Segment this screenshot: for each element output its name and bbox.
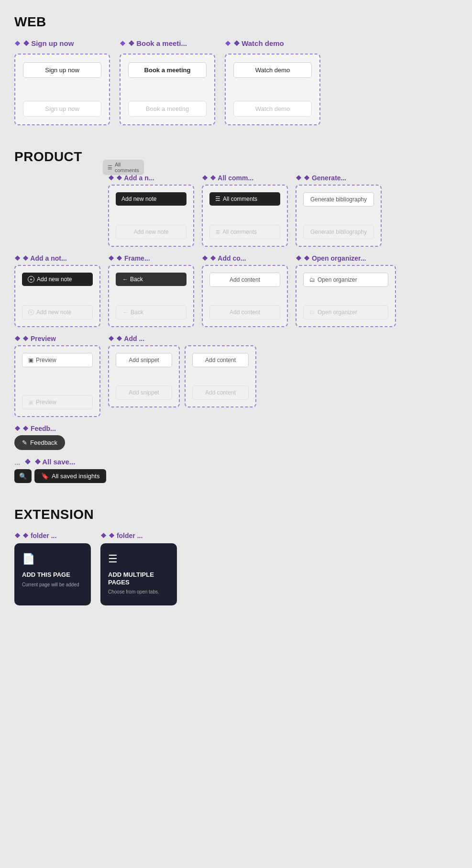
back-btn-active[interactable]: ← Back (116, 273, 187, 286)
all-comments-btn-ghost: ☰ All comments (209, 225, 280, 239)
back-arrow-icon: ← (122, 276, 128, 283)
add-snippet-btn-active[interactable]: Add snippet (116, 353, 172, 367)
add-snippet-label: ❖ ❖ Add ... (108, 335, 256, 342)
ext-folder-2-subtitle: Choose from open tabs. (108, 589, 169, 595)
ext-icon-1: 📄 (22, 553, 35, 565)
sign-up-now-btn-active[interactable]: Sign up now (23, 62, 101, 78)
sign-up-now-card: ❖ ❖ Sign up now Sign up now Sign up now (14, 39, 110, 125)
book-meeting-btn-active[interactable]: Book a meeting (128, 62, 207, 78)
back-btn-ghost: ← Back (116, 305, 187, 319)
open-organizer-btn-ghost: 🗂 Open organizer (303, 305, 388, 319)
open-organizer-label: ❖ ❖ Open organizer... (296, 254, 396, 262)
book-meeting-btn-ghost: Book a meeting (128, 101, 207, 117)
all-saved-label-text: ❖ All save... (34, 458, 76, 466)
preview-icon-active: ▣ (28, 357, 33, 363)
open-organizer-box: 🗂 Open organizer 🗂 Open organizer (296, 265, 396, 327)
add-content-btn2-active[interactable]: Add content (192, 353, 249, 367)
ext-folder-2-label: ❖ ❖ folder ... (100, 532, 177, 539)
preview-label-text: ❖ Preview (22, 335, 56, 342)
ext-folder-1-card: ❖ ❖ folder ... 📄 ADD THIS PAGE Current p… (14, 532, 91, 605)
watch-demo-card: ❖ ❖ Watch demo Watch demo Watch demo (225, 39, 320, 125)
circle-plus-icon: + (28, 276, 34, 283)
search-icon-btn[interactable]: 🔍 (14, 469, 32, 483)
open-organizer-text: Open organizer (318, 276, 357, 283)
ellipsis: ... (14, 458, 21, 466)
product-row1: ☰ All comments ❖ ❖ Add a n... Add new no… (14, 174, 458, 247)
generate-btn-ghost: Generate bibliography (303, 225, 374, 239)
preview-icon-ghost: ▣ (28, 399, 33, 406)
add-new-note-box-2: + Add new note + Add new note (14, 265, 100, 327)
add-new-note-ghost-text-2: Add new note (36, 309, 71, 316)
add-new-note-text-2: ❖ Add a not... (22, 254, 67, 262)
product-section-title: PRODUCT (14, 149, 458, 165)
ext-folder-1-label: ❖ ❖ folder ... (14, 532, 91, 539)
all-saved-row: ... ❖ ❖ All save... 🔍 🔖 All saved insigh… (14, 458, 458, 483)
all-saved-header: ... ❖ ❖ All save... (14, 458, 458, 466)
add-new-note-btn-active-2[interactable]: + Add new note (22, 273, 93, 286)
generate-label: ❖ ❖ Generate... (296, 174, 382, 182)
watch-demo-btn-active[interactable]: Watch demo (233, 62, 312, 78)
circle-plus-ghost-icon: + (28, 309, 34, 315)
watch-demo-label-text: ❖ Watch demo (233, 39, 284, 48)
preview-box: ▣ Preview ▣ Preview (14, 345, 100, 417)
product-row2: ❖ ❖ Add a not... + Add new note + Add ne… (14, 254, 458, 327)
add-new-note-btn-active-1[interactable]: Add new note (116, 192, 187, 206)
tooltip-text: All comments (115, 162, 139, 173)
all-comments-label: ❖ ❖ All comm... (202, 174, 288, 182)
frame-card: ❖ ❖ Frame... ← Back ← Back (108, 254, 194, 327)
all-comments-label-text: ❖ All comm... (210, 174, 253, 182)
sparkle-p7: ❖ (296, 254, 302, 262)
add-new-note-box-1: Add new note Add new note (108, 185, 194, 247)
extension-cards-row: ❖ ❖ folder ... 📄 ADD THIS PAGE Current p… (14, 532, 458, 605)
web-section: WEB ❖ ❖ Sign up now Sign up now Sign up … (14, 14, 458, 125)
ext-folder-2-box: ☰ ADD MULTIPLE PAGES Choose from open ta… (100, 543, 177, 605)
sparkle-p10: ❖ (14, 425, 21, 432)
generate-card: ❖ ❖ Generate... Generate bibliography Ge… (296, 174, 382, 247)
add-new-note-card-1: ❖ ❖ Add a n... Add new note Add new note (108, 174, 194, 247)
all-comments-tooltip: ☰ All comments (103, 160, 144, 175)
ext-icon-2: ☰ (108, 553, 118, 565)
comments-icon-ghost: ☰ (216, 230, 220, 235)
add-content-btn-active[interactable]: Add content (209, 273, 280, 287)
preview-btn-active[interactable]: ▣ Preview (22, 353, 93, 367)
all-comments-btn-active[interactable]: ☰ All comments (209, 192, 280, 206)
snippet-dashed-box: Add snippet Add snippet (108, 345, 180, 407)
feedback-btn[interactable]: ✎ Feedback (14, 435, 65, 450)
preview-text-active: Preview (36, 357, 56, 363)
add-snippet-card: ❖ ❖ Add ... Add snippet Add snippet Add … (108, 335, 256, 417)
add-new-note-label-2: ❖ ❖ Add a not... (14, 254, 100, 262)
frame-label-text: ❖ Frame... (116, 254, 150, 262)
generate-btn-active[interactable]: Generate bibliography (303, 192, 374, 207)
sparkle-p8: ❖ (14, 335, 21, 342)
bookmark-icon: 🔖 (41, 472, 49, 480)
sparkle-icon-2: ❖ (120, 40, 126, 47)
ext-folder-2-label-text: ❖ folder ... (109, 532, 143, 539)
open-organizer-btn-active[interactable]: 🗂 Open organizer (303, 273, 388, 287)
back-text-active: Back (130, 276, 143, 283)
all-comments-card: ❖ ❖ All comm... ☰ All comments ☰ All com… (202, 174, 288, 247)
add-content-box: Add content Add content (202, 265, 288, 327)
ext-folder-1-label-text: ❖ folder ... (22, 532, 56, 539)
organizer-icon-active: 🗂 (309, 276, 315, 283)
all-saved-btn[interactable]: 🔖 All saved insights (34, 469, 106, 483)
feedback-label: ❖ ❖ Feedb... (14, 425, 458, 432)
extension-section: EXTENSION ❖ ❖ folder ... 📄 ADD THIS PAGE… (14, 507, 458, 605)
back-arrow-ghost-icon: ← (123, 309, 129, 316)
generate-label-text: ❖ Generate... (304, 174, 346, 182)
feedback-row: ❖ ❖ Feedb... ✎ Feedback (14, 425, 458, 450)
add-new-note-btn-ghost-1: Add new note (116, 225, 187, 239)
preview-label: ❖ ❖ Preview (14, 335, 100, 342)
add-new-note-card-2: ❖ ❖ Add a not... + Add new note + Add ne… (14, 254, 100, 327)
search-icon: 🔍 (19, 472, 27, 480)
product-row3: ❖ ❖ Preview ▣ Preview ▣ Preview ❖ ❖ Add … (14, 335, 458, 417)
generate-box: Generate bibliography Generate bibliogra… (296, 185, 382, 247)
sparkle-ext2: ❖ (100, 532, 107, 539)
watch-demo-label: ❖ ❖ Watch demo (225, 39, 320, 48)
ext-folder-2-title: ADD MULTIPLE PAGES (108, 571, 169, 586)
book-meeting-card: ❖ ❖ Book a meeti... Book a meeting Book … (120, 39, 215, 125)
preview-btn-ghost: ▣ Preview (22, 395, 93, 409)
add-content-card: ❖ ❖ Add co... Add content Add content (202, 254, 288, 327)
add-content-dashed-box: Add content Add content (185, 345, 256, 407)
add-content-label-text: ❖ Add co... (210, 254, 246, 262)
add-new-note-label-1: ❖ ❖ Add a n... (108, 174, 194, 182)
